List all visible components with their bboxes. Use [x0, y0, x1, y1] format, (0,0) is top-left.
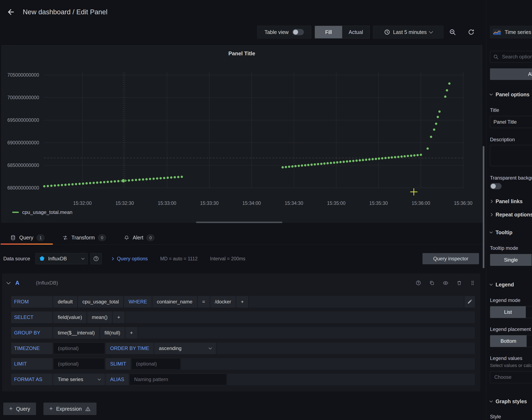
vertical-scrollbar[interactable]: [483, 146, 484, 268]
tab-transform[interactable]: Transform 0: [53, 231, 114, 244]
section-repeat-options[interactable]: Repeat options: [490, 212, 532, 218]
query-datasource-name: (InfluxDB): [36, 280, 58, 286]
timeseries-chart[interactable]: 7050000000007000000000006950000000006900…: [1, 45, 482, 223]
section-panel-options[interactable]: Panel options: [490, 91, 530, 98]
datasource-help-button[interactable]: [90, 253, 102, 264]
query-input-segment[interactable]: (optional): [53, 343, 105, 354]
chevron-right-icon: [489, 200, 493, 203]
duplicate-query-button[interactable]: [429, 280, 435, 286]
query-inspector-button[interactable]: Query inspector: [422, 253, 479, 264]
query-value-segment[interactable]: fill(null): [100, 327, 125, 339]
add-query-button[interactable]: + Query: [3, 403, 36, 415]
visualization-picker[interactable]: Time series: [490, 26, 532, 38]
legend-series-label: cpu_usage_total.mean: [22, 209, 72, 215]
query-keyword-segment[interactable]: ALIAS: [106, 374, 129, 385]
drag-handle-icon[interactable]: [470, 280, 475, 285]
section-legend[interactable]: Legend: [490, 282, 514, 288]
query-clause-keyword[interactable]: GROUP BY: [11, 327, 53, 339]
query-clause-keyword[interactable]: LIMIT: [11, 358, 53, 370]
delete-query-button[interactable]: [457, 280, 462, 286]
query-keyword-segment[interactable]: WHERE: [124, 296, 152, 308]
query-clause-keyword[interactable]: FORMAT AS: [11, 374, 53, 385]
horizontal-scrollbar[interactable]: [196, 222, 282, 223]
add-segment-button[interactable]: +: [236, 296, 248, 308]
query-value-segment[interactable]: time($__interval): [53, 327, 99, 339]
datasource-bar: Data source InfluxDB Query options MD = …: [3, 252, 479, 265]
query-value-segment[interactable]: container_name: [152, 296, 197, 308]
add-segment-button[interactable]: +: [113, 312, 125, 323]
actual-option[interactable]: Actual: [342, 26, 370, 38]
collapse-chevron-icon[interactable]: [6, 280, 11, 284]
svg-text:15:32:30: 15:32:30: [115, 200, 134, 206]
query-keyword-segment[interactable]: ORDER BY TIME: [106, 343, 154, 354]
legend-placement-group: Bottom: [490, 335, 532, 347]
section-label: Panel options: [496, 91, 530, 98]
section-panel-links[interactable]: Panel links: [490, 198, 523, 204]
table-view-toggle[interactable]: [292, 29, 304, 35]
query-clause-keyword[interactable]: TIMEZONE: [11, 343, 53, 354]
datasource-picker[interactable]: InfluxDB: [35, 253, 87, 264]
query-select-segment[interactable]: Time series: [53, 374, 105, 385]
query-help-button[interactable]: [416, 280, 421, 286]
query-clause-keyword[interactable]: SELECT: [11, 312, 53, 323]
interval-info: Interval = 200ms: [210, 256, 245, 262]
query-options-toggle[interactable]: Query options: [111, 256, 148, 262]
tab-alert[interactable]: Alert 0: [114, 231, 163, 244]
legend-values-select[interactable]: Choose: [490, 371, 532, 383]
influxql-query-rows: FROMdefaultcpu_usage_totalWHEREcontainer…: [11, 296, 475, 389]
panel-options-sidebar: Time series All Panel options Title Desc…: [486, 0, 532, 420]
query-input-segment[interactable]: Naming pattern: [129, 374, 227, 385]
chevron-down-icon: [489, 92, 493, 96]
add-expression-button[interactable]: + Expression: [43, 403, 97, 415]
panel-title-input[interactable]: [490, 116, 532, 128]
query-value-segment[interactable]: mean(): [87, 312, 112, 323]
fill-option[interactable]: Fill: [315, 26, 342, 38]
zoom-out-button[interactable]: [446, 26, 459, 39]
section-graph-styles[interactable]: Graph styles: [490, 398, 527, 405]
query-value-segment[interactable]: default: [53, 296, 77, 308]
transform-icon: [62, 235, 68, 241]
chevron-down-icon: [489, 230, 493, 234]
refresh-button[interactable]: [464, 26, 478, 39]
svg-text:15:34:00: 15:34:00: [242, 200, 261, 206]
arrow-left-icon: [6, 8, 14, 16]
panel-title: Panel Title: [1, 50, 482, 57]
datasource-label: Data source: [3, 256, 30, 262]
tooltip-mode-single[interactable]: Single: [490, 254, 532, 266]
svg-text:15:34:30: 15:34:30: [285, 200, 303, 206]
query-select-segment[interactable]: ascending: [154, 343, 216, 354]
legend-mode-list[interactable]: List: [490, 306, 526, 318]
options-filter-all[interactable]: All: [490, 68, 532, 80]
query-row-format-as: FORMAT ASTime seriesALIASNaming pattern: [11, 374, 475, 385]
query-input-segment[interactable]: (optional): [53, 358, 105, 370]
options-search-input[interactable]: [502, 54, 532, 60]
tab-transform-count: 0: [98, 234, 106, 241]
time-range-picker[interactable]: Last 5 minutes: [373, 26, 443, 39]
query-value-segment[interactable]: =: [198, 296, 210, 308]
query-value-segment[interactable]: field(value): [53, 312, 86, 323]
chart-legend-item[interactable]: cpu_usage_total.mean: [12, 209, 72, 215]
legend-placement-bottom[interactable]: Bottom: [490, 335, 527, 347]
query-keyword-segment[interactable]: SLIMIT: [106, 358, 131, 370]
query-ref-letter[interactable]: A: [15, 280, 19, 286]
title-field-label: Title: [490, 107, 499, 113]
transparent-bg-toggle[interactable]: [490, 183, 502, 189]
section-label: Legend: [496, 282, 514, 288]
query-input-segment[interactable]: (optional): [131, 358, 181, 370]
query-value-segment[interactable]: cpu_usage_total: [78, 296, 123, 308]
plus-icon: +: [49, 405, 53, 412]
section-label: Panel links: [496, 198, 523, 204]
toggle-visibility-button[interactable]: [443, 280, 449, 286]
section-tooltip[interactable]: Tooltip: [490, 229, 512, 236]
query-row-filler: [138, 327, 475, 339]
edit-row-pencil-icon[interactable]: [464, 296, 475, 308]
add-segment-button[interactable]: +: [126, 327, 137, 339]
tooltip-mode-label: Tooltip mode: [490, 245, 518, 251]
query-value-segment[interactable]: /docker: [210, 296, 236, 308]
editor-tabs: Query 1 Transform 0 Alert 0: [0, 231, 482, 245]
panel-description-textarea[interactable]: [490, 145, 532, 166]
tab-query[interactable]: Query 1: [1, 231, 53, 244]
query-clause-keyword[interactable]: FROM: [11, 296, 53, 308]
back-button[interactable]: [5, 7, 16, 17]
viz-name: Time series: [505, 29, 531, 35]
